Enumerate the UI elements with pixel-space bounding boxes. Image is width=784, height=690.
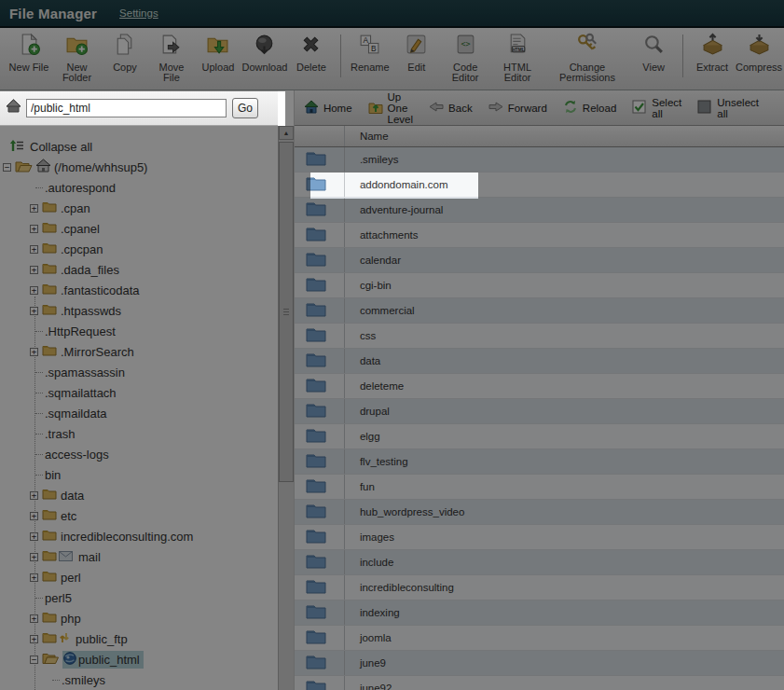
tree-item[interactable]: .autorespond: [0, 177, 278, 198]
edit-button[interactable]: Edit: [393, 33, 440, 73]
expand-toggle-icon[interactable]: +: [30, 614, 38, 623]
nav-forward-button[interactable]: Forward: [488, 100, 547, 116]
scrollbar-up-arrow[interactable]: ▲: [279, 126, 294, 140]
expand-toggle-icon[interactable]: +: [30, 225, 38, 233]
folder-name: drupal: [345, 406, 390, 417]
upload-button[interactable]: Upload: [195, 33, 241, 73]
expand-toggle-icon[interactable]: +: [30, 266, 38, 274]
tree-item[interactable]: bin: [0, 464, 278, 485]
expand-toggle-icon[interactable]: +: [30, 491, 38, 500]
tree-item-label: mail: [78, 550, 101, 564]
list-row[interactable]: images: [295, 525, 784, 550]
tree-scrollbar[interactable]: ▲: [278, 126, 294, 690]
nav-unselect-all-button[interactable]: Unselect all: [697, 97, 759, 119]
list-row[interactable]: include: [295, 550, 784, 575]
tree-item[interactable]: access-logs: [0, 444, 278, 464]
tree-item[interactable]: perl5: [0, 587, 278, 608]
expand-toggle-icon[interactable]: +: [30, 553, 38, 561]
tree-item[interactable]: +.MirrorSearch: [0, 341, 278, 362]
tree-item[interactable]: +.cpanel: [0, 218, 278, 239]
tree-item[interactable]: +.htpasswds: [0, 300, 278, 321]
list-row[interactable]: joomla: [295, 626, 784, 651]
download-button[interactable]: Download: [241, 33, 288, 73]
extract-button[interactable]: Extract: [689, 33, 736, 73]
tree-item[interactable]: +etc: [0, 505, 278, 526]
tree-root-item[interactable]: − (/home/whhsup5): [0, 157, 278, 177]
expand-toggle-icon[interactable]: +: [30, 286, 38, 295]
expand-toggle-icon[interactable]: +: [30, 348, 38, 356]
delete-button[interactable]: Delete: [288, 33, 335, 73]
list-row[interactable]: css: [295, 324, 784, 349]
expand-toggle-icon[interactable]: +: [30, 635, 38, 643]
code-editor-button[interactable]: <> Code Editor: [440, 33, 491, 83]
list-row[interactable]: indexing: [295, 600, 784, 626]
tree-item[interactable]: +perl: [0, 567, 278, 587]
tree-item[interactable]: +.fantasticodata: [0, 280, 278, 300]
list-row[interactable]: flv_testing: [295, 449, 784, 475]
list-row[interactable]: attachments: [295, 223, 784, 248]
list-row[interactable]: june9: [295, 651, 784, 676]
list-row[interactable]: data: [295, 349, 784, 374]
list-row[interactable]: june92: [295, 676, 784, 690]
nav-home-button[interactable]: Home: [304, 100, 352, 116]
html-editor-button[interactable]: HTML HTML Editor: [490, 33, 543, 83]
tree-item[interactable]: .spamassassin: [0, 362, 278, 382]
tree-item[interactable]: .trash: [0, 423, 278, 444]
list-row[interactable]: deleteme: [295, 374, 784, 399]
tree-item[interactable]: .HttpRequest: [0, 321, 278, 341]
expand-toggle-icon[interactable]: +: [30, 573, 38, 582]
scrollbar-thumb[interactable]: [279, 142, 294, 482]
new-file-button[interactable]: New File: [6, 33, 52, 73]
list-row[interactable]: incredibleconsulting: [295, 575, 784, 600]
expand-toggle-icon[interactable]: +: [30, 307, 38, 315]
list-row[interactable]: elgg: [295, 424, 784, 449]
tree-item[interactable]: +.cpcpan: [0, 239, 278, 259]
tree-item[interactable]: +incredibleconsulting.com: [0, 526, 278, 546]
list-row[interactable]: commercial: [295, 298, 784, 324]
collapse-toggle-icon[interactable]: −: [3, 163, 11, 172]
list-row[interactable]: adventure-journal: [295, 198, 784, 223]
expand-toggle-icon[interactable]: +: [30, 512, 38, 520]
expand-toggle-icon[interactable]: +: [30, 204, 38, 213]
change-permissions-button[interactable]: Change Permissions: [544, 33, 630, 83]
nav-back-button[interactable]: Back: [429, 100, 473, 116]
blue-folder-icon: [306, 377, 326, 396]
path-input[interactable]: [26, 99, 227, 117]
tree-item[interactable]: .sqmaildata: [0, 403, 278, 423]
rename-button[interactable]: AB Rename: [347, 33, 393, 73]
name-column-header[interactable]: Name: [345, 131, 389, 142]
blue-folder-icon: [306, 628, 326, 648]
tree-item[interactable]: +.dada_files: [0, 259, 278, 280]
tree-item[interactable]: +.cpan: [0, 198, 278, 218]
tree-item[interactable]: +public_ftp: [0, 628, 278, 649]
list-row[interactable]: hub_wordpress_video: [295, 500, 784, 525]
tree-item[interactable]: .sqmailattach: [0, 382, 278, 403]
nav-up-one-level-button[interactable]: Up One Level: [368, 91, 414, 125]
list-row[interactable]: cgi-bin: [295, 273, 784, 298]
move-file-button[interactable]: Move File: [148, 33, 195, 83]
list-row[interactable]: .smileys: [295, 147, 784, 172]
tree-item[interactable]: +data: [0, 485, 278, 505]
list-row-highlighted[interactable]: addondomain.com: [295, 172, 784, 198]
nav-reload-button[interactable]: Reload: [563, 100, 616, 116]
expand-toggle-icon[interactable]: +: [30, 532, 38, 541]
list-row[interactable]: calendar: [295, 248, 784, 273]
view-button[interactable]: View: [630, 33, 677, 73]
collapse-all-button[interactable]: Collapse all: [0, 136, 278, 157]
new-folder-button[interactable]: New Folder: [52, 33, 102, 83]
go-button[interactable]: Go: [232, 98, 258, 118]
compress-button[interactable]: Compress: [736, 33, 782, 73]
list-row[interactable]: fun: [295, 475, 784, 500]
tree-item[interactable]: +mail: [0, 546, 278, 567]
collapse-toggle-icon[interactable]: −: [30, 656, 38, 664]
list-row[interactable]: drupal: [295, 399, 784, 424]
nav-select-all-button[interactable]: Select all: [632, 97, 681, 119]
folder-name: data: [345, 355, 380, 366]
tree-item[interactable]: .smileys: [0, 669, 278, 690]
expand-toggle-icon[interactable]: +: [30, 245, 38, 254]
tree-item-public-html[interactable]: − public_html: [0, 649, 278, 669]
cell: [295, 651, 345, 675]
settings-link[interactable]: Settings: [119, 7, 158, 19]
copy-button[interactable]: Copy: [102, 33, 148, 73]
tree-item[interactable]: +php: [0, 608, 278, 628]
